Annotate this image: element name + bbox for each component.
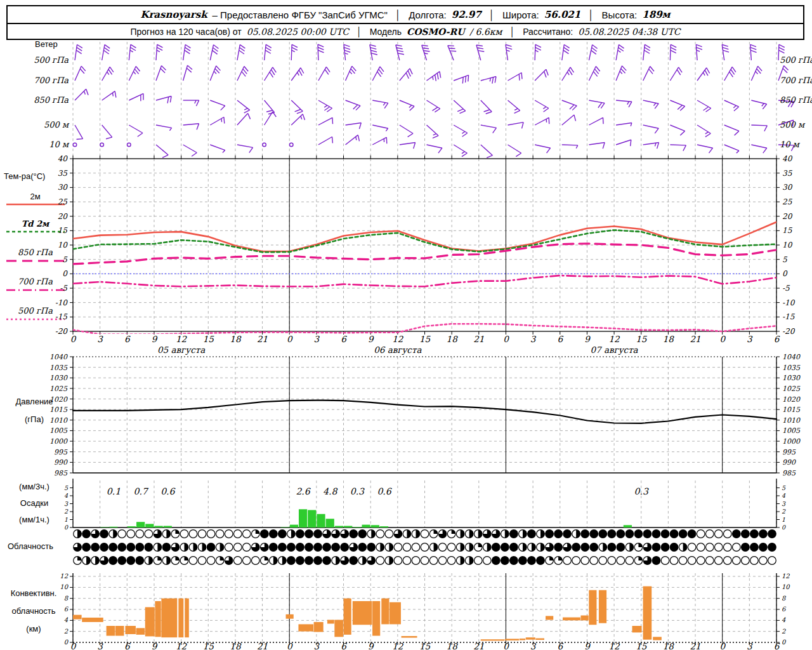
svg-text:35: 35 xyxy=(58,169,69,178)
svg-text:30: 30 xyxy=(58,183,69,192)
svg-text:2.6: 2.6 xyxy=(296,486,310,496)
svg-text:1025: 1025 xyxy=(49,385,68,393)
svg-text:0.7: 0.7 xyxy=(134,486,149,496)
legend-t500-label: 500 гПа xyxy=(5,307,65,315)
forecast-time: 05.08.2025 00:00 UTC xyxy=(247,27,349,37)
svg-text:-20: -20 xyxy=(782,327,796,336)
longitude-label: Долгота: xyxy=(409,10,446,20)
svg-text:15: 15 xyxy=(636,641,648,650)
svg-text:6: 6 xyxy=(557,334,563,344)
svg-text:-5: -5 xyxy=(782,284,790,293)
svg-text:6: 6 xyxy=(557,641,563,650)
separator: │ xyxy=(487,10,497,20)
svg-text:18: 18 xyxy=(663,334,675,344)
svg-text:0: 0 xyxy=(782,269,788,278)
svg-text:1035: 1035 xyxy=(782,364,801,372)
svg-text:21: 21 xyxy=(690,641,700,650)
svg-text:6: 6 xyxy=(774,641,780,650)
svg-text:-10: -10 xyxy=(55,298,69,307)
station-name: Krasnoyarsk xyxy=(140,9,207,20)
svg-text:3: 3 xyxy=(782,500,786,507)
svg-text:07 августа: 07 августа xyxy=(590,345,638,355)
svg-text:1025: 1025 xyxy=(782,385,801,393)
svg-text:1040: 1040 xyxy=(782,353,801,361)
wind-level-label: 850 гПа xyxy=(24,96,69,105)
header-line-1: Krasnoyarsk – Предоставлено ФГБУ "ЗапСиб… xyxy=(8,6,803,23)
svg-text:21: 21 xyxy=(257,641,268,650)
longitude-value: 92.97 xyxy=(452,9,481,20)
svg-text:6: 6 xyxy=(774,334,780,344)
svg-text:12: 12 xyxy=(60,573,68,580)
svg-text:10: 10 xyxy=(782,241,793,249)
svg-text:9: 9 xyxy=(152,641,158,650)
svg-text:21: 21 xyxy=(690,334,700,344)
svg-text:05 августа: 05 августа xyxy=(157,345,206,355)
pressure-unit-label: (гПа) xyxy=(3,415,66,424)
svg-text:0.1: 0.1 xyxy=(107,486,121,496)
precip-unit-3h-label: (мм/3ч.) xyxy=(3,482,66,491)
svg-text:10: 10 xyxy=(782,583,790,590)
wind-level-label-right: 500 м xyxy=(780,121,804,129)
svg-text:06 августа: 06 августа xyxy=(374,345,422,355)
wind-level-label: 500 гПа xyxy=(24,56,69,65)
svg-text:6: 6 xyxy=(341,334,347,344)
svg-text:9: 9 xyxy=(152,334,158,344)
svg-text:15: 15 xyxy=(419,641,431,650)
svg-text:0.6: 0.6 xyxy=(160,486,175,496)
svg-text:12: 12 xyxy=(176,641,188,650)
svg-text:3: 3 xyxy=(747,641,753,650)
svg-text:5: 5 xyxy=(782,255,788,264)
svg-text:12: 12 xyxy=(392,334,404,344)
svg-text:3: 3 xyxy=(97,641,103,650)
altitude-value: 189м xyxy=(642,9,670,20)
svg-text:9: 9 xyxy=(584,334,591,344)
calc-time: 05.08.2025 04:38 UTC xyxy=(578,27,680,37)
svg-text:15: 15 xyxy=(419,334,431,344)
svg-text:6: 6 xyxy=(782,606,787,613)
svg-text:30: 30 xyxy=(782,183,793,192)
meteogram-page: 40403535303025252020151510105500-5-5-10-… xyxy=(0,0,812,650)
separator: │ xyxy=(354,27,365,37)
svg-text:1020: 1020 xyxy=(782,395,801,404)
svg-text:18: 18 xyxy=(663,641,675,650)
precip-label: Осадки xyxy=(3,499,66,508)
svg-text:0: 0 xyxy=(64,639,69,646)
svg-text:20: 20 xyxy=(782,212,793,221)
svg-text:3: 3 xyxy=(97,334,103,344)
svg-text:12: 12 xyxy=(176,334,188,344)
svg-text:3: 3 xyxy=(530,641,537,650)
svg-text:18: 18 xyxy=(230,641,242,650)
svg-text:6: 6 xyxy=(124,641,131,650)
altitude-label: Высота: xyxy=(602,10,638,20)
svg-text:21: 21 xyxy=(257,334,268,344)
svg-text:990: 990 xyxy=(54,458,68,467)
svg-text:12: 12 xyxy=(392,641,404,650)
latitude-value: 56.021 xyxy=(544,9,580,20)
svg-text:12: 12 xyxy=(782,573,790,580)
wind-level-label-right: 500 гПа xyxy=(780,56,812,65)
separator: │ xyxy=(507,27,518,37)
latitude-label: Широта: xyxy=(502,10,539,20)
svg-text:3: 3 xyxy=(314,641,320,650)
svg-text:9: 9 xyxy=(584,641,591,650)
wind-level-label: 10 м xyxy=(24,140,69,149)
svg-text:0: 0 xyxy=(503,334,509,344)
svg-text:1: 1 xyxy=(782,516,785,523)
svg-text:4.8: 4.8 xyxy=(323,486,337,496)
wind-level-label: 700 гПа xyxy=(24,76,69,85)
legend-t700-label: 700 гПа xyxy=(5,277,65,286)
model-name: COSMO-RU xyxy=(407,27,464,37)
svg-text:2: 2 xyxy=(782,508,786,515)
svg-text:995: 995 xyxy=(54,448,68,456)
svg-text:18: 18 xyxy=(447,641,459,650)
svg-text:1030: 1030 xyxy=(49,374,68,382)
svg-text:0.3: 0.3 xyxy=(634,486,649,496)
svg-text:5: 5 xyxy=(782,484,786,491)
svg-text:15: 15 xyxy=(782,226,793,235)
svg-text:-10: -10 xyxy=(782,298,796,307)
svg-text:1000: 1000 xyxy=(782,437,801,446)
svg-text:6: 6 xyxy=(341,641,347,650)
wind-level-label-right: 850 гПа xyxy=(780,96,812,105)
svg-text:0: 0 xyxy=(70,334,77,344)
svg-text:0: 0 xyxy=(782,639,787,646)
